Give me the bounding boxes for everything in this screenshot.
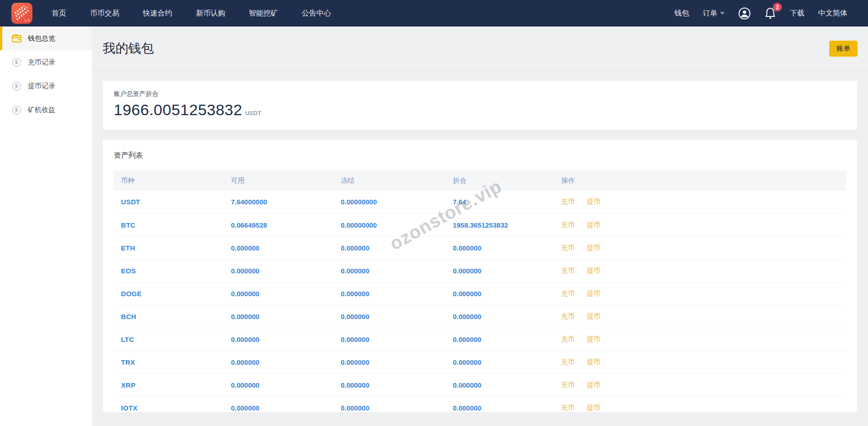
withdraw-link[interactable]: 提币 <box>587 404 600 411</box>
withdraw-link[interactable]: 提币 <box>587 266 600 274</box>
actions-cell: 充币提币 <box>561 236 846 259</box>
nav-item-4[interactable]: 智能挖矿 <box>249 9 278 18</box>
sidebar-item-1[interactable]: $充币记录 <box>0 50 92 74</box>
wallet-icon <box>11 33 21 43</box>
actions-cell: 充币提币 <box>561 373 846 396</box>
bill-button[interactable]: 账单 <box>829 41 857 57</box>
available-value: 0.06649528 <box>231 213 341 236</box>
converted-value: 7.64 <box>453 191 561 213</box>
column-header: 冻结 <box>341 170 452 191</box>
converted-value: 0.000000 <box>453 351 561 373</box>
app-logo[interactable]: LA <box>11 3 32 24</box>
nav-orders-label: 订单 <box>703 9 717 18</box>
table-row: XRP0.0000000.0000000.000000充币提币 <box>114 373 846 396</box>
sidebar-item-2[interactable]: $提币记录 <box>0 74 92 98</box>
nav-language-selector[interactable]: 中文简体 <box>818 9 847 18</box>
coin-name: LTC <box>114 328 231 351</box>
coin-name: TRX <box>114 351 231 373</box>
deposit-link[interactable]: 充币 <box>561 289 575 297</box>
coin-name: ETH <box>114 236 231 259</box>
nav-orders-link[interactable]: 订单 <box>703 9 725 18</box>
available-value: 0.000000 <box>231 305 341 328</box>
withdraw-link[interactable]: 提币 <box>587 221 600 229</box>
frozen-value: 0.000000 <box>341 282 452 305</box>
sidebar-item-0[interactable]: 钱包总览 <box>0 27 92 50</box>
available-value: 0.000000 <box>231 328 341 351</box>
nav-item-5[interactable]: 公告中心 <box>302 9 331 18</box>
available-value: 0.000000 <box>231 282 341 305</box>
deposit-link[interactable]: 充币 <box>561 404 575 411</box>
converted-value: 0.000000 <box>453 259 561 282</box>
withdraw-link[interactable]: 提币 <box>587 289 600 297</box>
nav-item-1[interactable]: 币币交易 <box>90 9 119 18</box>
coin-name: BTC <box>114 213 231 236</box>
deposit-link[interactable]: 充币 <box>561 266 575 274</box>
converted-value: 0.000000 <box>453 396 561 419</box>
column-header: 可用 <box>231 170 341 191</box>
coin-icon: $ <box>11 81 21 91</box>
table-row: BTC0.066495280.000000001958.3651253832充币… <box>114 213 846 236</box>
table-row: USDT7.640000000.000000007.64充币提币 <box>114 191 846 213</box>
notification-bell-icon[interactable]: 2 <box>764 7 776 20</box>
deposit-link[interactable]: 充币 <box>561 312 575 320</box>
nav-item-0[interactable]: 首页 <box>52 9 66 18</box>
available-value: 0.000000 <box>231 351 341 373</box>
converted-value: 0.000000 <box>453 373 561 396</box>
deposit-link[interactable]: 充币 <box>561 197 575 205</box>
total-assets-unit: USDT <box>245 110 261 117</box>
deposit-link[interactable]: 充币 <box>561 335 575 343</box>
table-row: DOGE0.0000000.0000000.000000充币提币 <box>114 282 846 305</box>
frozen-value: 0.000000 <box>341 305 452 328</box>
total-assets-card: 账户总资产折合 1966.0051253832 USDT <box>103 81 857 130</box>
nav-right: 钱包 订单 2 下载 中文简体 <box>674 7 847 20</box>
withdraw-link[interactable]: 提币 <box>587 312 600 320</box>
withdraw-link[interactable]: 提币 <box>587 197 600 205</box>
sidebar-item-label: 钱包总览 <box>28 34 55 43</box>
frozen-value: 0.000000 <box>341 351 452 373</box>
coin-name: EOS <box>114 259 231 282</box>
frozen-value: 0.00000000 <box>341 191 452 213</box>
available-value: 0.000000 <box>231 396 341 419</box>
nav-item-3[interactable]: 新币认购 <box>196 9 225 18</box>
coin-name: DOGE <box>114 282 231 305</box>
deposit-link[interactable]: 充币 <box>561 358 575 366</box>
coin-icon: $ <box>11 57 21 67</box>
column-header: 币种 <box>114 170 231 191</box>
asset-table: 币种可用冻结折合操作 USDT7.640000000.000000007.64充… <box>114 170 846 420</box>
available-value: 0.000000 <box>231 259 341 282</box>
user-avatar-icon[interactable] <box>738 7 751 20</box>
column-header: 操作 <box>561 170 846 191</box>
converted-value: 0.000000 <box>453 236 561 259</box>
nav-item-2[interactable]: 快速合约 <box>143 9 172 18</box>
frozen-value: 0.000000 <box>341 328 452 351</box>
withdraw-link[interactable]: 提币 <box>587 335 600 343</box>
nav-download-link[interactable]: 下载 <box>790 9 805 18</box>
available-value: 0.000000 <box>231 236 341 259</box>
chevron-down-icon <box>720 12 725 15</box>
sidebar-item-3[interactable]: $矿机收益 <box>0 98 92 122</box>
converted-value: 0.000000 <box>453 328 561 351</box>
actions-cell: 充币提币 <box>561 191 846 213</box>
coin-name: BCH <box>114 305 231 328</box>
available-value: 7.64000000 <box>231 191 341 213</box>
table-row: IOTX0.0000000.0000000.000000充币提币 <box>114 396 846 419</box>
deposit-link[interactable]: 充币 <box>561 221 575 229</box>
deposit-link[interactable]: 充币 <box>561 381 575 389</box>
table-row: EOS0.0000000.0000000.000000充币提币 <box>114 259 846 282</box>
actions-cell: 充币提币 <box>561 328 846 351</box>
nav-wallet-link[interactable]: 钱包 <box>674 9 689 18</box>
page-title: 我的钱包 <box>103 40 154 57</box>
table-row: ETH0.0000000.0000000.000000充币提币 <box>114 236 846 259</box>
table-row: LTC0.0000000.0000000.000000充币提币 <box>114 328 846 351</box>
withdraw-link[interactable]: 提币 <box>587 244 600 251</box>
coin-name: IOTX <box>114 396 231 419</box>
total-assets-label: 账户总资产折合 <box>114 90 846 98</box>
deposit-link[interactable]: 充币 <box>561 244 575 251</box>
actions-cell: 充币提币 <box>561 259 846 282</box>
table-row: BCH0.0000000.0000000.000000充币提币 <box>114 305 846 328</box>
withdraw-link[interactable]: 提币 <box>587 381 600 389</box>
frozen-value: 0.000000 <box>341 373 452 396</box>
converted-value: 0.000000 <box>453 282 561 305</box>
table-row: TRX0.0000000.0000000.000000充币提币 <box>114 351 846 373</box>
withdraw-link[interactable]: 提币 <box>587 358 600 366</box>
